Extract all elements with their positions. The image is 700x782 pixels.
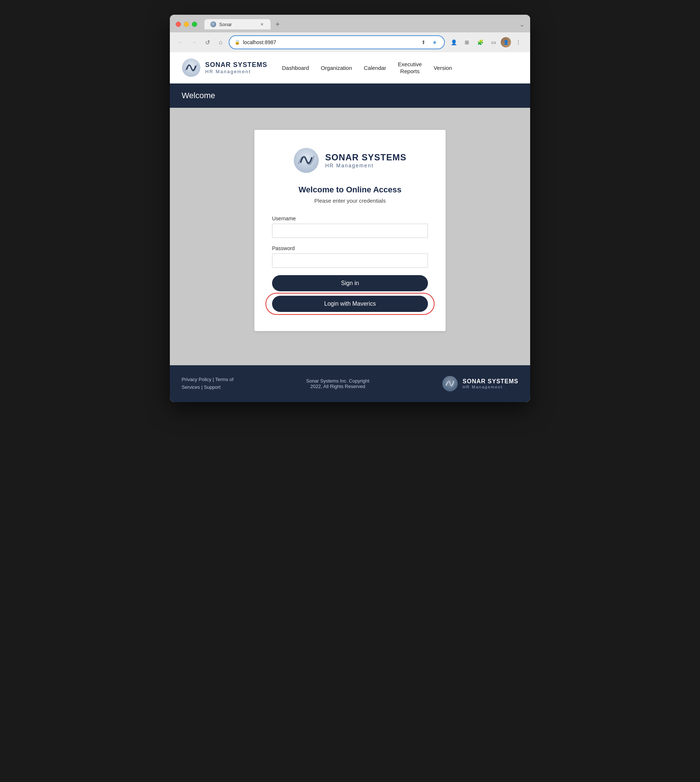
app-content: SONAR SYSTEMS HR Management Dashboard Or… [170,52,530,402]
app-footer: Privacy Policy | Terms ofServices | Supp… [170,365,530,402]
card-logo-title: SONAR SYSTEMS [325,152,406,162]
browser-actions: 👤 ⊞ 🧩 ▭ 👤 ⋮ [448,37,524,48]
password-input[interactable] [272,254,428,268]
lock-icon: 🔒 [235,40,240,45]
logo-area: SONAR SYSTEMS HR Management [182,58,267,77]
footer-logo-text: SONAR SYSTEMS HR Management [462,378,518,389]
more-options-icon[interactable]: ⋮ [512,37,524,48]
address-actions: ⬆ ★ [419,38,439,47]
login-maverics-button[interactable]: Login with Maverics [272,296,428,312]
card-subheading: Please enter your credentials [314,197,386,204]
nav-organization[interactable]: Organization [321,65,352,71]
tab-bar: S Sonar ✕ + [202,19,515,29]
login-card: SONAR SYSTEMS HR Management Welcome to O… [254,130,446,331]
main-area: SONAR SYSTEMS HR Management Welcome to O… [170,108,530,365]
address-bar[interactable]: 🔒 localhost:8987 ⬆ ★ [229,35,445,49]
tab-favicon: S [210,21,216,27]
password-group: Password [272,246,428,268]
share-icon[interactable]: ⬆ [419,38,428,47]
reload-button[interactable]: ↺ [202,37,212,47]
back-button[interactable]: ← [176,37,186,47]
nav-version[interactable]: Version [433,65,452,71]
footer-logo: SONAR SYSTEMS HR Management [442,376,518,392]
user-avatar[interactable]: 👤 [501,37,511,47]
nav-calendar[interactable]: Calendar [363,65,386,71]
nav-executive-reports[interactable]: ExecutiveReports [398,61,422,75]
extension-grid-icon[interactable]: ⊞ [461,37,473,48]
extensions-icon[interactable]: 🧩 [474,37,486,48]
tab-title: Sonar [219,22,232,27]
card-logo: SONAR SYSTEMS HR Management [293,147,406,173]
address-bar-row: ← → ↺ ⌂ 🔒 localhost:8987 ⬆ ★ 👤 ⊞ 🧩 ▭ 👤 ⋮ [170,32,530,52]
sidebar-icon[interactable]: ▭ [488,37,499,48]
welcome-banner: Welcome [170,84,530,108]
password-label: Password [272,246,428,251]
close-button[interactable] [176,22,181,27]
logo-text: SONAR SYSTEMS HR Management [205,61,267,74]
card-logo-icon [293,147,319,173]
login-maverics-wrapper: Login with Maverics [272,296,428,312]
maximize-button[interactable] [192,22,197,27]
forward-button[interactable]: → [189,37,199,47]
username-label: Username [272,216,428,221]
profile-icon[interactable]: 👤 [448,37,460,48]
logo-icon [182,58,201,77]
new-tab-button[interactable]: + [272,19,283,29]
active-tab[interactable]: S Sonar ✕ [204,19,271,29]
footer-logo-subtitle: HR Management [462,385,518,389]
tab-close-button[interactable]: ✕ [259,21,265,27]
card-logo-subtitle: HR Management [325,162,406,169]
traffic-lights[interactable] [176,22,197,27]
welcome-text: Welcome [182,91,215,100]
footer-logo-title: SONAR SYSTEMS [462,378,518,385]
address-text: localhost:8987 [243,39,276,45]
app-header: SONAR SYSTEMS HR Management Dashboard Or… [170,52,530,84]
username-group: Username [272,216,428,238]
footer-logo-icon [442,376,458,392]
username-input[interactable] [272,224,428,238]
home-button[interactable]: ⌂ [215,37,226,47]
minimize-button[interactable] [184,22,189,27]
signin-button[interactable]: Sign in [272,275,428,291]
nav-dashboard[interactable]: Dashboard [282,65,309,71]
logo-title: SONAR SYSTEMS [205,61,267,69]
logo-subtitle: HR Management [205,69,267,74]
nav-menu: Dashboard Organization Calendar Executiv… [282,61,452,75]
card-logo-text: SONAR SYSTEMS HR Management [325,152,406,169]
footer-copyright: Sonar Systems Inc. Copyright2022, All Ri… [306,378,370,389]
footer-links[interactable]: Privacy Policy | Terms ofServices | Supp… [182,376,233,391]
card-heading: Welcome to Online Access [298,185,402,195]
tab-overflow-button[interactable]: ⌄ [520,21,524,28]
bookmark-icon[interactable]: ★ [430,38,439,47]
